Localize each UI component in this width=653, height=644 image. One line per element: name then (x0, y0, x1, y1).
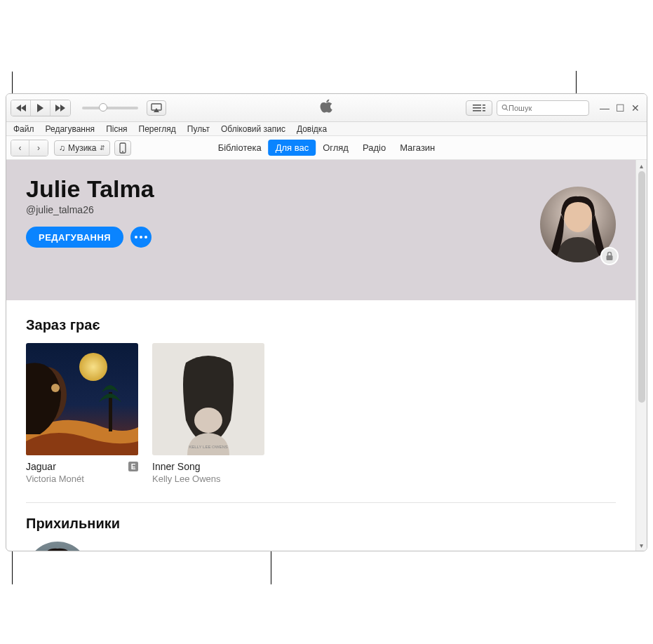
search-input[interactable] (509, 104, 584, 112)
next-button[interactable] (51, 100, 70, 116)
svg-point-20 (51, 384, 60, 392)
edit-profile-button[interactable]: РЕДАГУВАННЯ (26, 227, 123, 248)
svg-rect-7 (483, 110, 485, 112)
profile-handle: @julie_talma26 (26, 204, 616, 215)
forward-button[interactable]: › (29, 140, 48, 156)
profile-avatar-container[interactable] (540, 187, 616, 262)
section-tabs: Бібліотека Для вас Огляд Радіо Магазин (211, 140, 443, 156)
tab-for-you[interactable]: Для вас (269, 140, 316, 156)
album-art: KELLY LEE OWENS (152, 343, 264, 455)
volume-slider[interactable] (82, 107, 138, 109)
play-button[interactable] (31, 100, 51, 116)
close-button[interactable]: ✕ (631, 104, 640, 112)
back-button[interactable]: ‹ (11, 140, 29, 156)
svg-rect-17 (109, 392, 112, 431)
apple-logo-icon (320, 98, 334, 118)
menu-view[interactable]: Перегляд (133, 124, 182, 134)
maximize-button[interactable]: ☐ (616, 104, 624, 112)
volume-knob[interactable] (99, 103, 107, 112)
profile-header: Julie Talma @julie_talma26 РЕДАГУВАННЯ (6, 160, 635, 300)
svg-text:KELLY LEE OWENS: KELLY LEE OWENS (189, 445, 227, 449)
device-button[interactable] (114, 140, 131, 156)
previous-button[interactable] (11, 100, 31, 116)
album-row: Jaguar E Victoria Monét KELLY LEE (26, 343, 616, 484)
tab-browse[interactable]: Огляд (316, 140, 356, 156)
menu-file[interactable]: Файл (8, 124, 40, 134)
svg-rect-5 (483, 105, 485, 106)
scroll-up-button[interactable]: ▴ (636, 160, 647, 171)
album-title: Jaguar (26, 461, 56, 472)
media-type-select[interactable]: ♫ Музика ⇵ (54, 140, 110, 156)
section-divider (26, 502, 616, 503)
svg-rect-2 (473, 105, 481, 106)
tab-store[interactable]: Магазин (393, 140, 442, 156)
media-type-label: Музика (68, 143, 97, 153)
svg-point-16 (79, 353, 107, 381)
app-window: — ☐ ✕ Файл Редагування Пісня Перегляд Пу… (6, 93, 647, 551)
more-options-button[interactable] (130, 227, 152, 248)
privacy-lock-icon (600, 247, 619, 265)
svg-rect-14 (607, 255, 613, 260)
svg-point-11 (122, 151, 123, 152)
svg-rect-4 (473, 110, 481, 112)
album-card[interactable]: KELLY LEE OWENS Inner Song Kelly Lee Owe… (152, 343, 264, 484)
menu-edit[interactable]: Редагування (40, 124, 101, 134)
svg-rect-3 (473, 107, 481, 109)
playback-button-group (11, 100, 71, 116)
profile-name: Julie Talma (26, 175, 616, 203)
svg-line-9 (506, 109, 509, 111)
search-icon (501, 104, 509, 112)
up-next-button[interactable] (466, 100, 492, 116)
scroll-thumb[interactable] (638, 171, 645, 403)
album-artist: Victoria Monét (26, 474, 138, 484)
explicit-badge: E (128, 462, 138, 471)
minimize-button[interactable]: — (600, 104, 609, 112)
music-note-icon: ♫ (59, 143, 65, 153)
album-art (26, 343, 138, 455)
menu-help[interactable]: Довідка (291, 124, 332, 134)
menu-bar: Файл Редагування Пісня Перегляд Пульт Об… (6, 122, 647, 136)
scroll-down-button[interactable]: ▾ (636, 539, 647, 551)
tab-radio[interactable]: Радіо (356, 140, 393, 156)
menu-song[interactable]: Пісня (100, 124, 133, 134)
content-area: Julie Talma @julie_talma26 РЕДАГУВАННЯ (6, 160, 635, 551)
tab-library[interactable]: Бібліотека (211, 140, 269, 156)
svg-point-8 (502, 105, 506, 109)
svg-point-22 (194, 408, 222, 433)
svg-rect-6 (483, 107, 485, 109)
navigation-bar: ‹ › ♫ Музика ⇵ Бібліотека Для вас Огляд … (6, 136, 647, 160)
followers-heading: Прихильники (26, 516, 616, 532)
profile-body: Зараз грає (6, 300, 635, 551)
airplay-button[interactable] (147, 100, 166, 116)
album-title: Inner Song (152, 461, 201, 472)
now-playing-heading: Зараз грає (26, 317, 616, 333)
nav-history-buttons: ‹ › (11, 140, 48, 156)
album-card[interactable]: Jaguar E Victoria Monét (26, 343, 138, 484)
search-field[interactable] (497, 100, 589, 116)
vertical-scrollbar[interactable]: ▴ ▾ (635, 160, 647, 551)
chevron-updown-icon: ⇵ (100, 145, 105, 152)
follower-avatar[interactable] (26, 542, 89, 551)
more-icon (135, 236, 147, 239)
menu-account[interactable]: Обліковий запис (215, 124, 291, 134)
player-controls-bar: — ☐ ✕ (6, 94, 647, 122)
album-artist: Kelly Lee Owens (152, 474, 264, 484)
menu-controls[interactable]: Пульт (182, 124, 215, 134)
